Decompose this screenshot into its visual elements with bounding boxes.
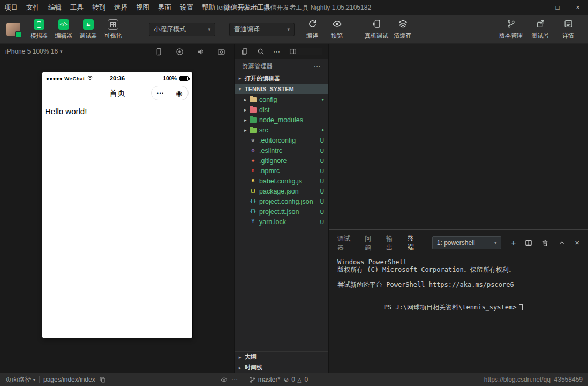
- tab-problems[interactable]: 问题: [365, 231, 376, 255]
- menu-tools[interactable]: 工具: [66, 0, 88, 15]
- device-debug-button[interactable]: 真机调试: [365, 19, 388, 40]
- chevron-up-icon[interactable]: [558, 239, 566, 247]
- close-button[interactable]: ×: [568, 0, 588, 15]
- tree-item-label: yarn.lock: [259, 218, 318, 226]
- clock-label: 20:36: [110, 75, 125, 81]
- tree-item-eslintrc[interactable]: ◎ .eslintrc U: [235, 145, 328, 155]
- tree-item-gitignore[interactable]: ◆ .gitignore U: [235, 155, 328, 166]
- chevron-down-icon: ▾: [237, 86, 243, 92]
- main-area: iPhone 5 100% 16 ▾ ●●●●● WeChat 20:36: [0, 44, 588, 373]
- menu-devtools[interactable]: 微信开发者工具: [220, 0, 275, 15]
- tree-item-yarn-lock[interactable]: Y yarn.lock U: [235, 217, 328, 227]
- list-icon: [564, 19, 573, 30]
- tab-debugger[interactable]: 调试器: [337, 231, 355, 255]
- chevron-down-icon: ▾: [494, 240, 497, 246]
- device-orientation-icon[interactable]: [155, 48, 163, 56]
- file-icon: ◆: [250, 158, 257, 163]
- menu-help[interactable]: 帮助: [198, 0, 220, 15]
- user-avatar[interactable]: [6, 23, 20, 36]
- eye-icon[interactable]: [221, 376, 228, 383]
- tree-item-editorconfig[interactable]: ⚙ .editorconfig U: [235, 135, 328, 145]
- menu-project[interactable]: 项目: [0, 0, 22, 15]
- terminal-output: Windows PowerShell 版权所有 (C) Microsoft Co…: [337, 255, 579, 318]
- version-control-button[interactable]: 版本管理: [499, 19, 523, 40]
- preview-button[interactable]: 预览: [327, 19, 347, 40]
- search-icon[interactable]: [257, 48, 265, 55]
- git-untracked-badge: U: [320, 219, 324, 225]
- mode-select[interactable]: 小程序模式 ▾: [149, 23, 215, 36]
- maximize-button[interactable]: □: [547, 0, 568, 15]
- more-icon[interactable]: ⋯: [231, 376, 238, 383]
- tree-item-dist[interactable]: ▸ dist: [235, 105, 328, 115]
- tree-item-babel-config[interactable]: B babel.config.js U: [235, 176, 328, 186]
- capsule-button: ••• ◉: [151, 86, 189, 100]
- git-modified-dot: ●: [321, 97, 324, 102]
- split-editor-icon[interactable]: [289, 48, 322, 55]
- shell-select[interactable]: 1: powershell ▾: [432, 236, 502, 249]
- page-path-selector[interactable]: 页面路径 ▾: [5, 375, 35, 384]
- outline-section[interactable]: ▸ 大纲: [235, 351, 328, 362]
- copy-icon[interactable]: [99, 376, 106, 383]
- capsule-menu-button[interactable]: •••: [152, 91, 170, 96]
- menu-goto[interactable]: 转到: [88, 0, 110, 15]
- menu-settings[interactable]: 设置: [176, 0, 198, 15]
- tree-item-package-json[interactable]: {} package.json U: [235, 186, 328, 196]
- file-icon: n: [250, 168, 257, 173]
- git-branch-icon: [249, 376, 256, 383]
- test-account-button[interactable]: 测试号: [530, 19, 551, 40]
- close-panel-icon[interactable]: ×: [575, 239, 579, 247]
- tree-item-project-config-json[interactable]: {} project.config.json U: [235, 196, 328, 206]
- git-branch-indicator[interactable]: master*: [249, 376, 280, 383]
- open-editors-section[interactable]: ▸ 打开的编辑器: [235, 73, 328, 84]
- error-icon: ⊘: [284, 376, 289, 383]
- more-actions-icon[interactable]: ⋯: [314, 62, 321, 70]
- details-button[interactable]: 详情: [558, 19, 578, 40]
- editor-toggle-button[interactable]: </> 编辑器: [51, 19, 76, 40]
- menu-view[interactable]: 视图: [132, 0, 154, 15]
- compile-button[interactable]: 编译: [302, 19, 322, 40]
- debugger-toggle-button[interactable]: ⇆ 调试器: [76, 19, 101, 40]
- files-icon[interactable]: [241, 48, 248, 55]
- tree-item-src[interactable]: ▸ src ●: [235, 125, 328, 135]
- problems-indicator[interactable]: ⊘ 0 △ 0: [284, 376, 308, 383]
- terminal-header: 调试器 问题 输出 终端 1: powershell ▾ + ×: [337, 230, 579, 255]
- project-root-section[interactable]: ▾ TENNIS_SYSTEM: [235, 84, 328, 94]
- split-terminal-icon[interactable]: [525, 239, 532, 247]
- version-control-label: 版本管理: [499, 32, 523, 40]
- more-icon[interactable]: ⋯: [273, 48, 280, 55]
- file-icon: ◎: [250, 148, 257, 153]
- screenshot-icon[interactable]: [217, 48, 225, 56]
- trash-icon[interactable]: [541, 239, 549, 247]
- device-selector[interactable]: iPhone 5 100% 16: [5, 48, 58, 55]
- compile-mode-value: 普通编译: [234, 25, 260, 34]
- terminal-prompt[interactable]: PS J:\网球项目相关资料\tennis_system>: [337, 296, 579, 318]
- menu-interface[interactable]: 界面: [154, 0, 176, 15]
- chevron-down-icon[interactable]: ▾: [60, 49, 63, 54]
- minimize-button[interactable]: —: [527, 0, 547, 15]
- timeline-section[interactable]: ▸ 时间线: [235, 362, 328, 373]
- visualization-toggle-button[interactable]: 可视化: [101, 19, 125, 40]
- tab-output[interactable]: 输出: [386, 231, 398, 255]
- timeline-label: 时间线: [245, 363, 262, 372]
- terminal-line: Windows PowerShell: [337, 258, 579, 266]
- tree-item-node-modules[interactable]: ▸ node_modules: [235, 115, 328, 125]
- preview-label: 预览: [331, 32, 343, 40]
- tree-item-npmrc[interactable]: n .npmrc U: [235, 166, 328, 176]
- new-terminal-icon[interactable]: +: [511, 239, 516, 247]
- page-title: 首页: [109, 88, 125, 99]
- simulator-toggle-button[interactable]: 模拟器: [27, 19, 51, 40]
- tree-item-project-tt-json[interactable]: {} project.tt.json U: [235, 206, 328, 217]
- capsule-home-button[interactable]: ◉: [170, 90, 189, 97]
- compile-mode-select[interactable]: 普通编译 ▾: [229, 23, 295, 36]
- sound-icon[interactable]: [197, 48, 205, 56]
- file-icon: Y: [250, 219, 257, 224]
- clear-cache-button[interactable]: 清缓存: [393, 19, 413, 40]
- tree-item-label: src: [259, 127, 319, 134]
- terminal-line: [337, 273, 579, 281]
- tree-item-config[interactable]: ▸ config ●: [235, 94, 328, 105]
- menu-edit[interactable]: 编辑: [44, 0, 66, 15]
- menu-select[interactable]: 选择: [110, 0, 132, 15]
- menu-file[interactable]: 文件: [22, 0, 44, 15]
- tab-terminal[interactable]: 终端: [408, 230, 419, 255]
- record-icon[interactable]: [176, 48, 184, 56]
